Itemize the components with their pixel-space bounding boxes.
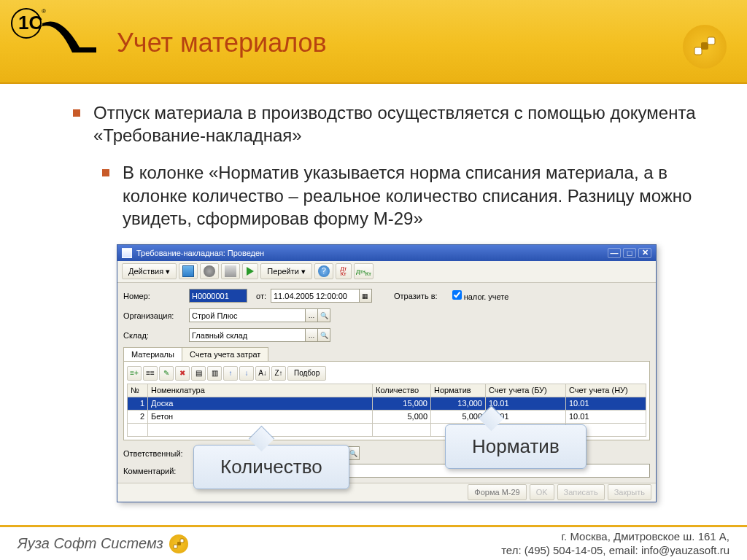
- post-button[interactable]: [242, 263, 258, 279]
- col-acc-nu[interactable]: Счет учета (НУ): [566, 384, 646, 397]
- print-icon: [225, 265, 236, 277]
- move-up-button[interactable]: ↑: [223, 366, 238, 381]
- comment-label: Комментарий:: [123, 467, 196, 475]
- gear-icon: [204, 265, 215, 277]
- slide-title: Учет материалов: [117, 28, 327, 58]
- svg-text:1C: 1C: [18, 12, 42, 34]
- slide-header: 1C® Учет материалов: [0, 0, 747, 84]
- callout-quantity: Количество: [193, 445, 349, 489]
- footer-phone-email: тел: (495) 504-14-05, email: info@yauzas…: [501, 544, 729, 558]
- footer-address: г. Москва, Дмитровское ш. 161 А,: [501, 530, 729, 544]
- sort-asc-button[interactable]: A↓: [255, 366, 270, 381]
- svg-rect-4: [701, 42, 708, 50]
- slide-body: Отпуск материала в производство осуществ…: [0, 84, 747, 502]
- actions-menu[interactable]: Действия ▾: [122, 263, 177, 279]
- callout-norm: Норматив: [445, 424, 587, 469]
- titlebar: Требование-накладная: Проведен — □ ✕: [117, 245, 656, 261]
- dt-kt-button[interactable]: ДтКт: [336, 263, 352, 279]
- number-label: Номер:: [123, 292, 189, 300]
- footer-brand-text: Яуза Софт Системз: [18, 535, 163, 552]
- col-n[interactable]: №: [128, 384, 148, 397]
- header-decor-icon: [683, 25, 727, 69]
- warehouse-label: Склад:: [123, 331, 189, 340]
- footer-contact: г. Москва, Дмитровское ш. 161 А, тел: (4…: [501, 530, 729, 558]
- edit-row-button[interactable]: ✎: [159, 366, 174, 381]
- goto-menu[interactable]: Перейти ▾: [260, 263, 312, 279]
- warehouse-open-button[interactable]: 🔍: [317, 328, 330, 342]
- help-icon: ?: [318, 265, 330, 277]
- close-form-button[interactable]: Закрыть: [608, 484, 651, 500]
- copy-row-button[interactable]: ≡≡: [143, 366, 158, 381]
- help-button[interactable]: ?: [314, 263, 333, 279]
- responsible-label: Ответственный:: [123, 449, 196, 458]
- close-button[interactable]: ✕: [638, 248, 651, 258]
- table-row[interactable]: 2 Бетон 5,000 5,000 10.01 10.01: [128, 410, 646, 423]
- sort-desc-button[interactable]: Z↑: [271, 366, 286, 381]
- write-button[interactable]: Записать: [557, 484, 605, 500]
- col-norm[interactable]: Норматив: [431, 384, 486, 397]
- dt-kt-n-button[interactable]: ДтнКт: [354, 263, 374, 279]
- table-row[interactable]: 1 Доска 15,000 13,000 10.01 10.01: [128, 397, 646, 410]
- tabs: Материалы Счета учета затрат: [123, 347, 650, 361]
- date-picker-button[interactable]: ▦: [359, 289, 372, 303]
- bullet-marker-icon: [102, 169, 109, 176]
- move-down-button[interactable]: ↓: [239, 366, 254, 381]
- save-icon: [182, 265, 194, 277]
- svg-rect-6: [174, 545, 177, 548]
- date-input[interactable]: 11.04.2005 12:00:00: [271, 289, 360, 303]
- slide-footer: Яуза Софт Системз г. Москва, Дмитровское…: [0, 525, 747, 560]
- footer-brand-icon: [169, 534, 188, 553]
- warehouse-select-button[interactable]: …: [305, 328, 318, 342]
- tax-label: налог. учете: [464, 292, 509, 301]
- print-button[interactable]: [221, 263, 240, 279]
- window-icon: [122, 248, 132, 258]
- main-toolbar: Действия ▾ Перейти ▾ ? ДтКт ДтнКт: [117, 261, 656, 283]
- svg-rect-5: [708, 37, 715, 44]
- reflect-label: Отразить в:: [394, 292, 438, 300]
- col-qty[interactable]: Количество: [373, 384, 431, 397]
- minimize-button[interactable]: —: [608, 248, 621, 258]
- list-button[interactable]: ▤: [191, 366, 206, 381]
- add-row-button[interactable]: ≡+: [127, 366, 142, 381]
- bullet-text: В колонке «Норматив указывается норма сп…: [123, 161, 703, 230]
- org-input[interactable]: Строй Плюс: [189, 308, 306, 322]
- podbor-button[interactable]: Подбор: [287, 366, 326, 381]
- ok-button[interactable]: OK: [530, 484, 554, 500]
- org-open-button[interactable]: 🔍: [317, 308, 330, 322]
- col-nomenclature[interactable]: Номенклатура: [148, 384, 373, 397]
- play-icon: [247, 267, 254, 276]
- config-button[interactable]: [200, 263, 219, 279]
- bullet-text: Отпуск материала в производство осуществ…: [93, 101, 703, 147]
- date-label: от:: [256, 292, 266, 300]
- maximize-button[interactable]: □: [623, 248, 636, 258]
- bullet-item: Отпуск материала в производство осуществ…: [73, 101, 703, 147]
- delete-row-button[interactable]: ✖: [175, 366, 190, 381]
- number-input[interactable]: Н0000001: [189, 289, 247, 303]
- col-acc-bu[interactable]: Счет учета (БУ): [486, 384, 566, 397]
- bullet-marker-icon: [73, 109, 80, 117]
- warehouse-input[interactable]: Главный склад: [189, 328, 306, 342]
- svg-rect-8: [180, 539, 184, 542]
- footer-brand: Яуза Софт Системз: [18, 534, 188, 553]
- tab-accounts[interactable]: Счета учета затрат: [182, 347, 268, 361]
- bullet-item: В колонке «Норматив указывается норма сп…: [102, 161, 703, 230]
- window-title: Требование-накладная: Проведен: [136, 249, 264, 257]
- save-button[interactable]: [179, 263, 198, 279]
- list2-button[interactable]: ▥: [207, 366, 222, 381]
- table-toolbar: ≡+ ≡≡ ✎ ✖ ▤ ▥ ↑ ↓ A↓ Z↑ Подбор: [127, 365, 646, 384]
- tab-materials[interactable]: Материалы: [123, 347, 182, 361]
- org-label: Организация:: [123, 311, 189, 320]
- svg-rect-3: [694, 47, 702, 55]
- svg-text:®: ®: [42, 8, 46, 15]
- form-header: Номер: Н0000001 от: 11.04.2005 12:00:00 …: [117, 283, 656, 443]
- form-m29-button[interactable]: Форма М-29: [468, 484, 526, 500]
- tax-checkbox[interactable]: [452, 290, 462, 300]
- logo-1c: 1C®: [10, 7, 98, 64]
- org-select-button[interactable]: …: [305, 308, 318, 322]
